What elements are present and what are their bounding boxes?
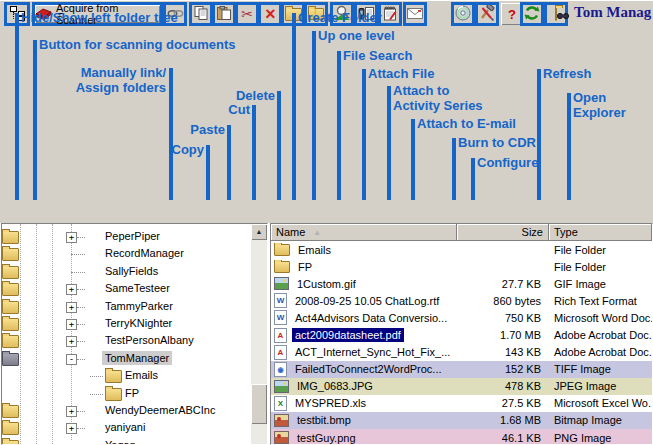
explorer-icon bbox=[555, 8, 557, 20]
file-list-panel: Name▲ Size Type Emails File Folder FP Fi… bbox=[270, 223, 653, 445]
open-explorer-button[interactable] bbox=[544, 2, 568, 26]
refresh-button[interactable] bbox=[520, 2, 544, 26]
file-row[interactable]: W2008-09-25 10.05 ChatLog.rtf 860 bytesR… bbox=[271, 292, 652, 309]
folder-icon bbox=[274, 244, 290, 256]
file-row[interactable]: AACT_Internet_Sync_Hot_Fix_... 143 KBAdo… bbox=[271, 344, 652, 361]
annotation-line bbox=[411, 119, 415, 200]
tree-item-testpersonalbany[interactable]: + TestPersonAlbany bbox=[2, 332, 251, 349]
tree-item-peperpiper[interactable]: + PeperPiper bbox=[2, 228, 251, 245]
file-row-selected[interactable]: Aact2009datasheet.pdf 1.70 MBAdobe Acrob… bbox=[271, 326, 652, 343]
annotation-line bbox=[452, 138, 456, 200]
annotation-up-one-level: Up one level bbox=[318, 29, 395, 44]
tree-item-emails[interactable]: Emails bbox=[2, 367, 251, 384]
tree-item-terryknighter[interactable]: + TerryKNighter bbox=[2, 315, 251, 332]
word-file-icon: W bbox=[274, 310, 287, 325]
annotation-line bbox=[169, 68, 173, 200]
folder-icon bbox=[2, 318, 19, 331]
scrollbar-thumb[interactable] bbox=[251, 384, 267, 424]
file-row[interactable]: 1Custom.gif 27.7 KBGIF Image bbox=[271, 275, 652, 292]
configure-button[interactable] bbox=[475, 2, 499, 26]
tree-scrollbar[interactable]: ▲ bbox=[251, 224, 267, 444]
paste-icon bbox=[217, 6, 231, 22]
attach-to-email-button[interactable] bbox=[403, 2, 427, 26]
tree-item-wendydeemerabcinc[interactable]: + WendyDeemerABCInc bbox=[2, 402, 251, 419]
image-file-icon bbox=[274, 380, 289, 393]
burn-to-cdr-button[interactable] bbox=[451, 2, 475, 26]
annotation-attach-email: Attach to E-mail bbox=[417, 117, 516, 132]
expand-plus-icon[interactable]: + bbox=[66, 336, 77, 347]
annotation-manual-link: Manually link/ Assign folders bbox=[76, 66, 166, 95]
folder-icon bbox=[105, 388, 122, 401]
tree-item-recordmanager[interactable]: RecordManager bbox=[2, 245, 251, 262]
expand-plus-icon[interactable]: + bbox=[66, 319, 77, 330]
file-row[interactable]: Emails File Folder bbox=[271, 241, 652, 258]
annotation-line bbox=[312, 31, 316, 200]
expand-plus-icon[interactable]: + bbox=[66, 302, 77, 313]
expand-plus-icon[interactable]: + bbox=[66, 423, 77, 434]
file-row[interactable]: testGuy.png 46.1 KBPNG Image bbox=[271, 429, 652, 445]
file-list-header: Name▲ Size Type bbox=[271, 224, 652, 241]
tree-item-yaniyani[interactable]: + yaniyani bbox=[2, 419, 251, 436]
image-file-icon bbox=[274, 277, 289, 290]
annotation-line bbox=[537, 69, 541, 200]
help-question-icon: ? bbox=[508, 7, 516, 22]
word-file-icon: W bbox=[274, 293, 287, 308]
annotation-line bbox=[15, 13, 19, 200]
column-header-size[interactable]: Size bbox=[457, 224, 549, 241]
scissors-icon: ✂ bbox=[241, 7, 253, 21]
paste-button[interactable] bbox=[212, 2, 236, 26]
annotation-line bbox=[277, 91, 281, 200]
file-row[interactable]: WAct4Advisors Data Conversio... 750 KBMi… bbox=[271, 309, 652, 326]
annotation-attach-file: Attach File bbox=[368, 67, 434, 82]
sort-ascending-icon: ▲ bbox=[313, 228, 321, 237]
annotation-delete: Delete bbox=[236, 89, 275, 104]
cut-button[interactable]: ✂ bbox=[235, 2, 259, 26]
annotation-hide-tree: Hide/Show left folder tree bbox=[21, 11, 178, 26]
expand-plus-icon[interactable]: + bbox=[66, 284, 77, 295]
activity-series-icon bbox=[383, 6, 398, 23]
scroll-up-button[interactable]: ▲ bbox=[251, 224, 267, 240]
annotation-attach-activity: Attach to Activity Series bbox=[393, 84, 483, 113]
annotation-copy: Copy bbox=[172, 143, 205, 158]
annotation-line bbox=[387, 86, 391, 200]
file-row[interactable]: FP File Folder bbox=[271, 258, 652, 275]
annotation-line bbox=[337, 51, 341, 200]
organizer-screen: Hide/Show left folder tree Button for sc… bbox=[0, 0, 653, 445]
folder-icon bbox=[2, 266, 19, 279]
column-header-type[interactable]: Type bbox=[549, 224, 652, 241]
tree-item-tammyparker[interactable]: + TammyParker bbox=[2, 298, 251, 315]
expand-plus-icon[interactable]: + bbox=[66, 232, 77, 243]
folder-icon bbox=[105, 370, 122, 383]
delete-button[interactable]: × bbox=[258, 2, 282, 26]
png-file-icon bbox=[274, 431, 289, 444]
folder-icon bbox=[274, 261, 290, 273]
tree-item-fp[interactable]: FP bbox=[2, 385, 251, 402]
folder-icon bbox=[2, 301, 19, 314]
annotation-line bbox=[206, 145, 210, 200]
folder-tree: + PeperPiper RecordManager SallyFields +… bbox=[2, 224, 251, 444]
file-row[interactable]: IMG_0683.JPG 478 KBJPEG Image bbox=[271, 378, 652, 395]
folder-icon bbox=[2, 422, 19, 435]
tree-item-sametesteer[interactable]: + SameTesteer bbox=[2, 280, 251, 297]
file-row[interactable]: ◉FailedToConnect2WordProc... 152 KBTIFF … bbox=[271, 361, 652, 378]
annotation-create-folder: Create Folder bbox=[298, 11, 382, 26]
column-header-name[interactable]: Name▲ bbox=[271, 224, 457, 241]
file-row[interactable]: XMYSPRED.xls 27.5 KBMicrosoft Excel Wo..… bbox=[271, 395, 652, 412]
tools-icon bbox=[479, 5, 495, 23]
annotation-refresh: Refresh bbox=[543, 67, 591, 82]
tree-item-tommanager[interactable]: - TomManager bbox=[2, 350, 251, 367]
file-row[interactable]: testbit.bmp 1.68 MBBitmap Image bbox=[271, 412, 652, 429]
folder-icon bbox=[2, 440, 19, 444]
tree-item-yegan[interactable]: Yegan bbox=[2, 437, 251, 444]
annotation-paste: Paste bbox=[190, 123, 225, 138]
annotation-cut: Cut bbox=[228, 103, 250, 118]
tiff-file-icon: ◉ bbox=[274, 362, 287, 377]
refresh-icon bbox=[524, 5, 540, 23]
email-envelope-icon bbox=[407, 8, 423, 21]
copy-button[interactable] bbox=[189, 2, 213, 26]
expand-minus-icon[interactable]: - bbox=[66, 354, 77, 365]
tree-item-sallyfields[interactable]: SallyFields bbox=[2, 263, 251, 280]
expand-plus-icon[interactable]: + bbox=[66, 406, 77, 417]
annotation-file-search: File Search bbox=[343, 49, 412, 64]
annotation-line bbox=[227, 125, 231, 200]
